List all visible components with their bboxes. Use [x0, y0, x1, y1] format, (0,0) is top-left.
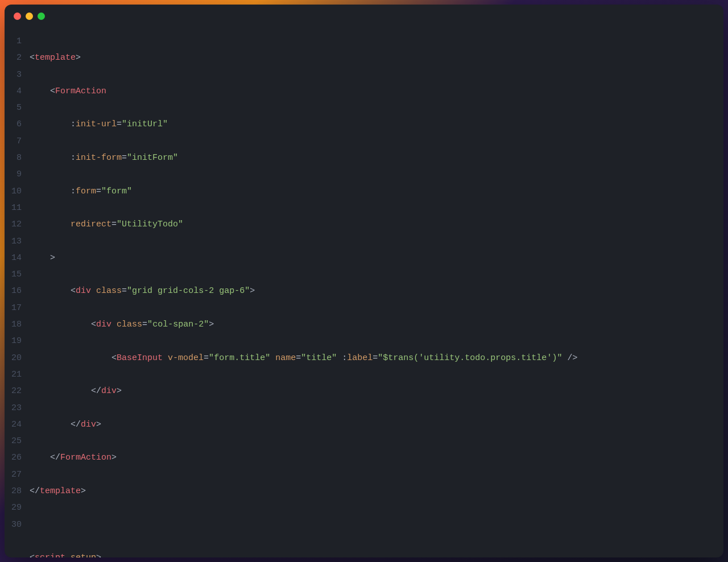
code-line: </div>	[30, 416, 723, 433]
close-icon[interactable]	[14, 13, 21, 20]
line-number: 18	[5, 316, 22, 333]
code-line: <script setup>	[30, 549, 723, 557]
minimize-icon[interactable]	[26, 13, 33, 20]
line-number: 13	[5, 233, 22, 250]
line-number: 2	[5, 49, 22, 66]
code-line: </template>	[30, 483, 723, 499]
line-number: 15	[5, 266, 22, 283]
line-number: 25	[5, 433, 22, 449]
line-number: 4	[5, 83, 22, 100]
maximize-icon[interactable]	[38, 13, 45, 20]
line-number: 5	[5, 100, 22, 116]
line-number: 26	[5, 449, 22, 466]
line-number: 28	[5, 483, 22, 499]
code-line: <template>	[30, 49, 723, 66]
line-number: 19	[5, 333, 22, 349]
line-number: 21	[5, 366, 22, 383]
line-number: 12	[5, 216, 22, 233]
line-number: 10	[5, 183, 22, 200]
line-number: 6	[5, 116, 22, 133]
code-line: :form="form"	[30, 183, 723, 200]
line-number: 20	[5, 350, 22, 366]
line-number: 24	[5, 416, 22, 433]
line-number: 29	[5, 499, 22, 516]
line-number: 23	[5, 400, 22, 416]
line-number: 11	[5, 200, 22, 216]
line-number: 3	[5, 67, 22, 83]
code-line: <div class="grid grid-cols-2 gap-6">	[30, 283, 723, 299]
code-line	[30, 516, 723, 533]
line-number-gutter: 1234567891011121314151617181920212223242…	[5, 33, 30, 557]
code-line: :init-url="initUrl"	[30, 116, 723, 133]
code-line: redirect="UtilityTodo"	[30, 216, 723, 233]
line-number: 8	[5, 150, 22, 166]
line-number: 27	[5, 466, 22, 483]
line-number: 17	[5, 300, 22, 316]
code-line: <BaseInput v-model="form.title" name="ti…	[30, 350, 723, 366]
code-line: </div>	[30, 383, 723, 399]
line-number: 9	[5, 166, 22, 183]
line-number: 16	[5, 283, 22, 299]
line-number: 22	[5, 383, 22, 399]
line-number: 30	[5, 516, 22, 533]
line-number: 1	[5, 33, 22, 49]
code-line: </FormAction>	[30, 449, 723, 466]
code-line: <FormAction	[30, 83, 723, 100]
editor-window: 1234567891011121314151617181920212223242…	[5, 5, 723, 557]
code-line: :init-form="initForm"	[30, 150, 723, 166]
line-number: 7	[5, 133, 22, 150]
line-number: 14	[5, 250, 22, 266]
window-titlebar	[5, 5, 723, 27]
code-content[interactable]: <template> <FormAction :init-url="initUr…	[30, 33, 723, 557]
code-line: >	[30, 250, 723, 266]
code-line: <div class="col-span-2">	[30, 316, 723, 333]
code-editor[interactable]: 1234567891011121314151617181920212223242…	[5, 27, 723, 557]
